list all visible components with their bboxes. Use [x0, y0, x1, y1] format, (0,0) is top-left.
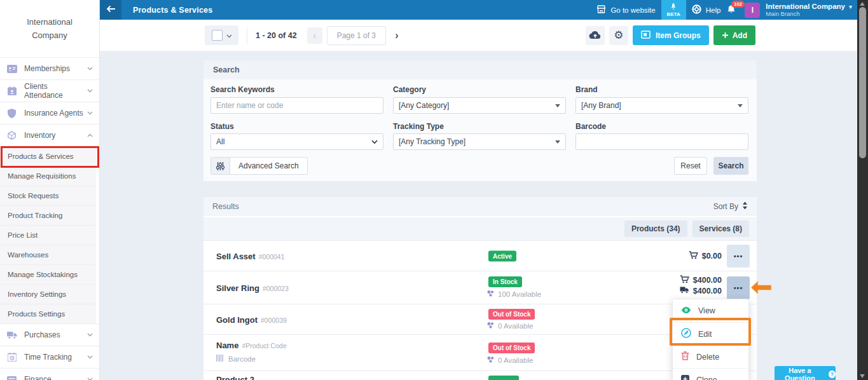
scrollbar-thumb[interactable] [859, 7, 866, 158]
chevron-down-icon [87, 333, 93, 337]
sidebar-collapse-button[interactable] [100, 0, 121, 20]
toolbar-actions: ⚙ Item Groups Add [586, 25, 755, 45]
reset-button[interactable]: Reset [674, 157, 707, 175]
status-cell: Out of Stock [488, 309, 535, 320]
search-button[interactable]: Search [713, 157, 748, 175]
import-export-button[interactable] [586, 26, 605, 45]
company-logo-line1: International [27, 15, 72, 29]
settings-button[interactable]: ⚙ [609, 26, 628, 45]
app-root: International Company Memberships Client… [0, 0, 868, 380]
scrollbar-up-arrow-icon[interactable] [860, 2, 865, 6]
row-actions-button[interactable]: ••• [727, 245, 750, 268]
keywords-label: Search Keywords [210, 85, 275, 94]
sidebar-item-label: Finance [24, 375, 52, 380]
scrollbar-down-arrow-icon[interactable] [860, 374, 865, 378]
top-header-bar: Products & Services Go to website BETA H… [100, 0, 857, 20]
bell-icon [727, 7, 736, 16]
chevron-down-icon [87, 111, 93, 115]
help-link[interactable]: Help [692, 4, 721, 15]
calendar-user-icon [6, 86, 17, 95]
go-to-website-label: Go to website [610, 6, 655, 14]
advanced-search-button[interactable]: Advanced Search [210, 157, 308, 175]
sidebar-item-inventory[interactable]: Inventory [0, 124, 99, 146]
status-value: All [216, 137, 224, 146]
sidebar-item-warehouses[interactable]: Warehouses [0, 245, 96, 264]
sidebar-item-label: Insurance Agents [24, 109, 83, 118]
status-label: Status [210, 122, 234, 131]
tracking-type-value: [Any Tracking Type] [399, 137, 465, 146]
row-actions-button-active[interactable]: ••• [727, 276, 750, 299]
sort-by-control[interactable]: Sort By [713, 201, 748, 212]
beta-badge[interactable]: BETA [661, 0, 686, 20]
page-scrollbar[interactable] [857, 0, 868, 380]
cart-icon [680, 275, 689, 285]
truck-icon [6, 331, 17, 339]
select-all-dropdown[interactable] [205, 25, 238, 45]
menu-item-label: View [698, 306, 715, 315]
price-cell: $0.00 [689, 251, 722, 261]
menu-item-edit[interactable]: Edit [673, 322, 748, 345]
menu-item-label: Edit [698, 330, 712, 339]
select-all-checkbox[interactable] [212, 30, 223, 41]
search-panel: Search Search Keywords Category [Any Cat… [203, 60, 757, 181]
notifications-button[interactable]: 102 [727, 4, 736, 16]
sidebar-item-price-list[interactable]: Price List [0, 225, 96, 245]
have-a-question-label: Have a Question [775, 367, 825, 380]
sidebar-item-time-tracking[interactable]: Time Tracking [0, 346, 99, 368]
group-icon [486, 356, 495, 365]
sidebar-item-inventory-settings[interactable]: Inventory Settings [0, 284, 96, 304]
menu-item-clone[interactable]: Clone [673, 368, 748, 380]
sidebar-item-clients-attendance[interactable]: Clients Attendance [0, 79, 99, 102]
tracking-type-label: Tracking Type [393, 122, 444, 131]
menu-item-delete[interactable]: Delete [673, 345, 748, 368]
chevron-down-icon [87, 67, 93, 71]
company-avatar[interactable]: I [745, 3, 760, 18]
status-cell: Active [488, 250, 516, 261]
page-indicator: Page 1 of 3 [327, 26, 386, 45]
go-to-website-link[interactable]: Go to website [596, 5, 655, 15]
previous-page-button[interactable]: ‹ [307, 27, 322, 44]
tab-products[interactable]: Products (34) [624, 221, 687, 237]
results-range-text: 1 - 20 of 42 [256, 31, 297, 40]
sidebar-item-stock-requests[interactable]: Stock Requests [0, 186, 96, 205]
category-select[interactable]: [Any Category] [393, 97, 566, 114]
barcode-icon [216, 355, 224, 363]
plus-square-icon [681, 375, 689, 380]
sub-item-label: Products Settings [8, 310, 65, 318]
chevron-down-icon [87, 377, 93, 380]
status-select[interactable]: All [210, 133, 383, 150]
item-groups-button[interactable]: Item Groups [633, 25, 709, 45]
caret-down-icon [555, 140, 560, 144]
sidebar-item-label: Time Tracking [24, 353, 72, 362]
sidebar-item-insurance-agents[interactable]: Insurance Agents [0, 102, 99, 124]
sidebar-item-finance[interactable]: Finance [0, 368, 99, 380]
pencil-circle-icon [681, 328, 691, 340]
add-button[interactable]: Add [713, 25, 755, 45]
sidebar-item-manage-requisitions[interactable]: Manage Requisitions [0, 166, 96, 186]
product-name: Name#Product Code [216, 341, 286, 350]
menu-item-view[interactable]: View [673, 299, 748, 322]
result-row-sell-asset[interactable]: Sell Asset#000041 Active $0.00 ••• [203, 240, 757, 271]
sidebar-item-purchases[interactable]: Purchases [0, 323, 99, 346]
product-name: Silver Ring#000023 [216, 283, 289, 292]
sidebar-item-memberships[interactable]: Memberships [0, 57, 99, 79]
company-logo: International Company [0, 0, 99, 57]
have-a-question-button[interactable]: Have a Question ? [775, 366, 836, 380]
sidebar-item-products-services[interactable]: Products & Services [0, 146, 96, 166]
inventory-submenu: Products & Services Manage Requisitions … [0, 146, 99, 323]
tracking-type-select[interactable]: [Any Tracking Type] [393, 133, 566, 150]
sidebar-item-label: Clients Attendance [24, 82, 87, 100]
chevron-down-icon [87, 355, 93, 359]
barcode-input[interactable] [575, 133, 748, 150]
keywords-input[interactable] [210, 97, 383, 114]
brand-select[interactable]: [Any Brand] [575, 97, 748, 114]
sidebar-item-products-settings[interactable]: Products Settings [0, 304, 96, 323]
sidebar-item-manage-stocktakings[interactable]: Manage Stocktakings [0, 264, 96, 284]
sell-price-cell: $400.00 [680, 275, 722, 285]
sidebar-item-product-tracking[interactable]: Product Tracking [0, 205, 96, 225]
tab-services[interactable]: Services (8) [692, 221, 749, 237]
next-page-button[interactable]: › [389, 27, 405, 44]
brand-value: [Any Brand] [581, 101, 621, 110]
life-ring-icon [692, 4, 701, 15]
company-switcher[interactable]: International Company Main Branch [766, 3, 845, 17]
